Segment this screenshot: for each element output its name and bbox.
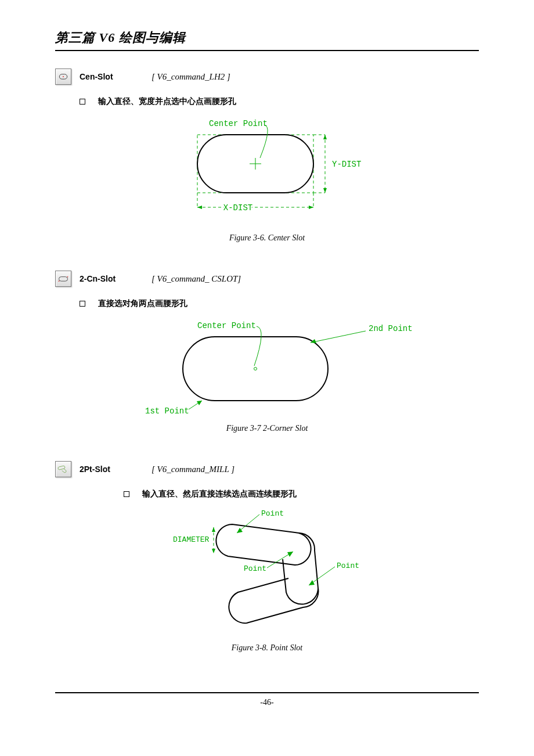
svg-point-1 — [63, 76, 64, 77]
section-head: 2-Cn-Slot [ V6_command_ CSLOT] — [55, 271, 479, 287]
figure-center-slot: Center Point X-DIST Y-DIST Figure 3-6. C… — [55, 111, 479, 259]
svg-text:Center Point: Center Point — [209, 119, 268, 128]
bullet: 直接选对角两点画腰形孔 — [80, 298, 479, 309]
section-head: Cen-Slot [ V6_command_LH2 ] — [55, 69, 479, 85]
svg-marker-41 — [309, 580, 315, 585]
cmd-name: 2-Cn-Slot — [80, 274, 143, 283]
two-cn-slot-icon — [55, 271, 71, 287]
bullet-marker — [80, 99, 85, 105]
bullet: 输入直径、宽度并点选中心点画腰形孔 — [80, 96, 479, 107]
section-head: 2Pt-Slot [ V6_command_MILL ] — [55, 461, 479, 477]
cen-slot-icon — [55, 69, 71, 85]
svg-rect-18 — [59, 277, 68, 282]
svg-point-20 — [67, 276, 68, 278]
section-2pt-slot: 2Pt-Slot [ V6_command_MILL ] 输入直径、然后直接连续… — [55, 461, 479, 669]
cmd-name: 2Pt-Slot — [80, 465, 143, 474]
section-cen-slot: Cen-Slot [ V6_command_LH2 ] 输入直径、宽度并点选中心… — [55, 69, 479, 259]
svg-marker-30 — [212, 527, 215, 532]
svg-marker-31 — [212, 549, 215, 553]
bullet-marker — [80, 301, 85, 307]
svg-text:Point: Point — [261, 509, 284, 518]
caption: Figure 3-7 2-Corner Slot — [226, 424, 308, 433]
bullet-text: 直接选对角两点画腰形孔 — [98, 298, 187, 309]
svg-text:Point: Point — [244, 564, 266, 573]
section-2cn-slot: 2-Cn-Slot [ V6_command_ CSLOT] 直接选对角两点画腰… — [55, 271, 479, 449]
caption: Figure 3-8. Point Slot — [232, 643, 302, 653]
svg-marker-13 — [323, 135, 327, 139]
svg-text:2nd Point: 2nd Point — [369, 324, 413, 333]
svg-marker-7 — [197, 206, 202, 209]
cmd-code: [ V6_command_LH2 ] — [151, 72, 230, 82]
figure-point-slot: DIAMETER Point Point Point Figure 3-8. P… — [55, 504, 479, 669]
svg-marker-25 — [197, 401, 202, 405]
svg-point-21 — [254, 368, 257, 370]
bullet-marker — [124, 491, 129, 497]
figure-corner-slot: Center Point 1st Point 2nd Point Figure … — [55, 314, 479, 449]
svg-text:Y-DIST: Y-DIST — [332, 160, 361, 169]
svg-text:DIAMETER: DIAMETER — [173, 535, 210, 544]
bullet-text: 输入直径、宽度并点选中心点画腰形孔 — [98, 96, 236, 107]
svg-marker-35 — [237, 528, 243, 533]
svg-marker-14 — [323, 188, 327, 193]
svg-text:Center Point: Center Point — [197, 321, 256, 330]
svg-text:1st Point: 1st Point — [145, 406, 189, 416]
cmd-name: Cen-Slot — [80, 72, 143, 81]
cmd-code: [ V6_command_MILL ] — [151, 465, 234, 474]
svg-point-19 — [59, 280, 60, 282]
cmd-code: [ V6_command_ CSLOT] — [151, 274, 241, 284]
page-header: 第三篇 V6 绘图与编辑 — [55, 29, 479, 51]
bullet-text: 输入直径、然后直接连续选点画连续腰形孔 — [142, 489, 297, 499]
svg-text:Point: Point — [337, 561, 359, 570]
page-footer: -46- — [55, 692, 479, 707]
page: 第三篇 V6 绘图与编辑 Cen-Slot [ V6_command_LH2 ]… — [0, 0, 534, 725]
caption: Figure 3-6. Center Slot — [229, 233, 305, 243]
svg-text:X-DIST: X-DIST — [223, 203, 252, 213]
bullet: 输入直径、然后直接连续选点画连续腰形孔 — [124, 489, 479, 499]
page-number: -46- — [260, 698, 273, 707]
two-pt-slot-icon — [55, 461, 71, 477]
svg-line-27 — [311, 331, 366, 343]
svg-marker-8 — [309, 206, 313, 209]
svg-marker-38 — [287, 552, 293, 557]
